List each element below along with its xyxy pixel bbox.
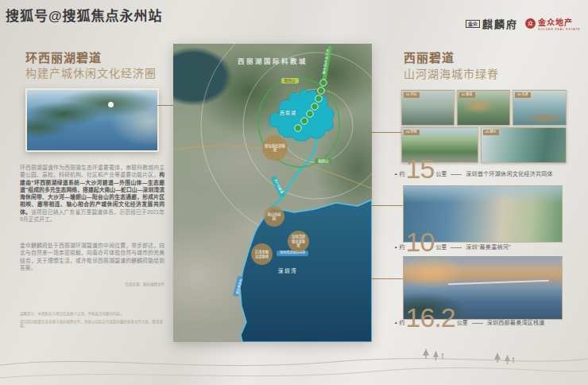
thumb-name: 见湖 <box>522 92 528 96</box>
stat-16-2km: ▲ 约 16.2 公里 深圳西部最美湾区栈道 <box>394 307 545 329</box>
district-circle-keji-park: 南山科技园 <box>264 206 284 227</box>
map-tanglang-mountain-label: 塘朗山 <box>315 158 332 164</box>
connector-line-right-3 <box>372 278 403 279</box>
connector-line-right-2 <box>372 205 403 206</box>
right-panel-subtitle: 山河湖海城市绿脊 <box>404 65 499 81</box>
map-vector-overlay <box>173 44 372 342</box>
stat-unit: 公里 <box>457 318 468 326</box>
stat-divider <box>451 174 462 175</box>
stat-divider <box>451 247 462 248</box>
stat-desc: 深圳西部最美湾区栈道 <box>487 318 545 326</box>
p1-start: 环西丽湖碧道作为西丽湖生态环重要载体，串联科教城内主要公园、高校、科研机构、社区… <box>20 165 164 177</box>
stat-value: 10 <box>405 231 434 254</box>
watermark: 搜狐号@搜狐焦点永州站 <box>6 5 163 25</box>
stat-desc: 深圳“最美塞纳河” <box>466 243 510 251</box>
thumb-badge: 04 穿林 <box>404 130 420 135</box>
brand-logo-qilinfu: 金众 麒麟府 <box>466 16 518 31</box>
thumb-tag: 04 <box>406 130 409 134</box>
left-paragraph-2: 金众麒麟府处于西丽湖环湖碧道的中间位置，举步即达，向北与自然来一场亲密接触，向南… <box>20 242 164 271</box>
developer-seal-icon: 众 <box>525 18 536 29</box>
gallery-thumb-langxi: 02 廊溪 <box>457 90 510 126</box>
p1-bold: 构建由“环西丽湖绿道系统—大沙河碧道—外围山体—生态廊道”组成的多元生态网络，搭… <box>20 172 164 214</box>
stat-prefix: 约 <box>399 169 404 177</box>
stat-prefix: 约 <box>399 318 404 326</box>
map-coast-label: 深圳湾滨海休闲带 <box>277 251 308 256</box>
stat-unit: 公里 <box>435 243 447 251</box>
thumb-badge: 02 廊溪 <box>459 92 475 98</box>
promo-poster: 搜狐号@搜狐焦点永州站 金众 麒麟府 众 金众地产 GOLDEN REAL ES… <box>0 0 588 385</box>
district-circle-super-hq: 深圳湾超级总部基地 <box>288 231 309 252</box>
photo-marker-dot <box>108 102 114 107</box>
stat-desc: 深圳首个环湖休闲文化经济共同体 <box>466 169 553 177</box>
satellite-map: 西丽湖国际科教城 西丽湖 阳台山 大沙河生态长廊 塘朗山 大沙河碧道 深圳湾滨海… <box>173 44 372 342</box>
developer-name: 金众地产 <box>538 16 580 28</box>
developer-tagline: GOLDEN REAL ESTATE <box>538 28 580 31</box>
stat-10km: ▲ 约 10 公里 深圳“最美塞纳河” <box>394 231 511 254</box>
triangle-marker-icon: ▲ <box>394 172 397 176</box>
decorative-hills <box>0 338 588 385</box>
brand-name: 麒麟府 <box>482 16 518 31</box>
thumb-name: 问山 <box>411 92 417 96</box>
left-panel-title: 环西丽湖碧道 <box>25 49 102 65</box>
thumb-tag: 01 <box>406 92 409 96</box>
source-note: 信息来源：政府规划文件 <box>20 282 164 286</box>
district-circle-houhai: 后海金融总部基地 <box>251 243 273 265</box>
map-yangtai-mountain-label: 阳台山 <box>281 78 299 84</box>
thumb-name: 镜水 <box>490 130 497 134</box>
map-lake-label: 西丽湖 <box>280 111 296 116</box>
disclaimer-line-1: 温馨提示：本资料仅为项目信息推介之用，不构成合同要约内容。 <box>20 312 169 316</box>
map-bay-label: 深圳湾 <box>278 268 297 274</box>
tree-icons <box>423 348 514 364</box>
triangle-marker-icon: ▲ <box>394 321 397 325</box>
triangle-marker-icon: ▲ <box>394 245 397 249</box>
disclaimer-line-2: 项目周边配套信息来源于政府规划文件，具体以实际交付及政府最终批准文件为准，敬请留… <box>20 320 169 329</box>
left-panel-subtitle: 构建产城休闲文化经济圈 <box>25 64 157 80</box>
thumb-badge: 05 镜水 <box>483 130 499 135</box>
gallery-thumb-wenshan: 01 问山 <box>401 90 455 126</box>
stat-prefix: 约 <box>399 243 404 251</box>
lake-aerial-photo <box>25 88 159 152</box>
stat-15km: ▲ 约 15 公里 深圳首个环湖休闲文化经济共同体 <box>394 158 553 181</box>
map-region-label: 西丽湖国际科教城 <box>221 58 324 66</box>
brand-mark: 金众 <box>466 20 480 28</box>
connector-line-right-1 <box>372 132 401 133</box>
thumb-badge: 01 问山 <box>404 92 420 98</box>
district-circle-liuxiandong: 留仙洞总部基地 <box>262 135 288 161</box>
left-paragraph-1: 环西丽湖碧道作为西丽湖生态环重要载体，串联科教城内主要公园、高校、科研机构、社区… <box>20 164 164 223</box>
connector-line-left <box>157 105 173 106</box>
stat-value: 16.2 <box>405 307 455 329</box>
thumb-name: 穿林 <box>411 130 417 134</box>
gallery-thumb-jianhu: 03 见湖 <box>513 90 567 126</box>
thumb-tag: 03 <box>517 92 520 96</box>
brand-logo-developer: 众 金众地产 GOLDEN REAL ESTATE <box>525 16 580 31</box>
right-panel-title: 西丽碧道 <box>404 49 455 65</box>
stat-unit: 公里 <box>435 169 447 177</box>
p1-end: 该项目已纳入广东省万里碧道体系，示范段已于2021年9月正式开工。 <box>20 209 164 222</box>
thumb-tag: 02 <box>462 92 465 96</box>
thumb-badge: 03 见湖 <box>515 92 531 98</box>
stat-value: 15 <box>405 158 434 181</box>
stat-divider <box>472 323 483 324</box>
thumb-name: 廊溪 <box>466 92 473 96</box>
bay-bridge-silhouette <box>448 280 549 285</box>
thumb-tag: 05 <box>485 130 489 134</box>
